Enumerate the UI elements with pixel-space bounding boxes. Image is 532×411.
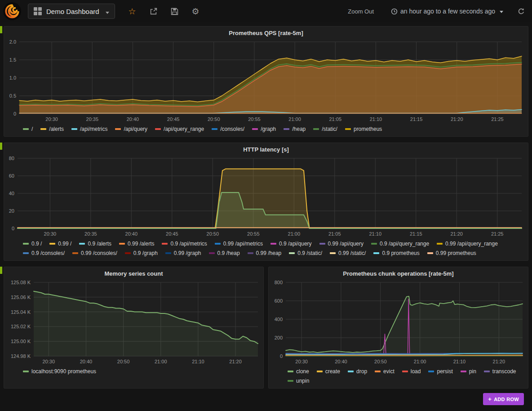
legend-item[interactable]: persist — [428, 368, 452, 375]
svg-text:21:05: 21:05 — [329, 116, 341, 122]
svg-text:20:50: 20:50 — [117, 359, 130, 364]
grafana-logo[interactable] — [3, 2, 22, 21]
dashboard-row-2: HTTP latency [s] 20:3020:3520:4020:4520:… — [0, 143, 532, 261]
svg-text:21:25: 21:25 — [491, 231, 504, 237]
refresh-button[interactable] — [518, 8, 525, 15]
legend-item[interactable]: evict — [375, 368, 395, 375]
memory-series-chart[interactable]: 20:3020:4020:5021:0021:1021:20124.98 K12… — [4, 278, 263, 366]
svg-text:20:30: 20:30 — [45, 116, 58, 122]
legend-item[interactable]: load — [402, 368, 421, 375]
legend-item[interactable]: /heap — [284, 126, 306, 132]
legend-item[interactable]: 0.9 /heap — [209, 250, 240, 256]
zoom-out-button[interactable]: Zoom Out — [345, 8, 377, 15]
legend-item[interactable]: 0.99 /api/query_range — [437, 241, 498, 247]
legend-item[interactable]: 0.9 /consoles/ — [23, 250, 65, 256]
star-button[interactable]: ☆ — [129, 7, 136, 16]
row-collapse-handle[interactable] — [0, 143, 2, 150]
legend-item[interactable]: create — [317, 368, 340, 375]
svg-text:20:30: 20:30 — [44, 231, 57, 237]
legend-item[interactable]: 0.99 /alerts — [119, 241, 154, 247]
legend-item[interactable]: 0.99 /consoles/ — [72, 250, 117, 256]
add-row-bar: + ADD ROW — [0, 389, 532, 405]
qps-graph-canvas[interactable]: 20:3020:3520:4020:4520:5020:5521:0021:05… — [4, 37, 528, 124]
legend-item[interactable]: 0.99 /static/ — [330, 250, 366, 256]
legend-label: 0.99 /static/ — [338, 250, 366, 256]
legend-label: 0.99 /consoles/ — [81, 250, 117, 256]
legend-item[interactable]: unpin — [288, 378, 309, 384]
legend-item[interactable]: prometheus — [345, 126, 382, 132]
chunk-ops-graph-canvas[interactable]: 20:3020:4020:5021:0021:1021:200200400600… — [269, 278, 528, 366]
legend-item[interactable]: 0.9 /api/query — [270, 241, 312, 247]
legend-label: 0.9 /api/metrics — [170, 241, 207, 247]
series-color-icon — [427, 252, 433, 254]
panel-title[interactable]: Prometheus QPS [rate-5m] — [4, 27, 528, 37]
legend-item[interactable]: 0.9 /graph — [125, 250, 158, 256]
panel-title[interactable]: Memory series count — [4, 267, 263, 278]
legend-item[interactable]: /consoles/ — [212, 126, 244, 132]
prometheus-qps-chart[interactable]: 20:3020:3520:4020:4520:5020:5521:0021:05… — [4, 37, 528, 124]
legend-item[interactable]: 0.9 /static/ — [289, 250, 322, 256]
http-latency-chart[interactable]: 20:3020:3520:4020:4520:5020:5521:0021:05… — [4, 154, 528, 238]
share-icon — [150, 8, 157, 15]
legend-item[interactable]: /api/query — [115, 126, 147, 132]
svg-text:21:20: 21:20 — [451, 116, 463, 122]
legend-label: /consoles/ — [220, 126, 244, 132]
legend-item[interactable]: / — [23, 126, 33, 132]
legend-item[interactable]: 0.99 /api/metrics — [215, 241, 263, 247]
legend-item[interactable]: 0.9 /api/query_range — [371, 241, 429, 247]
dashboard-selector[interactable]: Demo Dashboard — [28, 4, 115, 19]
legend-item[interactable]: 0.99 prometheus — [427, 250, 476, 256]
row-collapse-handle[interactable] — [0, 267, 2, 274]
legend-label: transcode — [492, 368, 516, 375]
series-color-icon — [155, 128, 161, 130]
legend-item[interactable]: drop — [348, 368, 367, 375]
time-range-picker[interactable]: an hour ago to a few seconds ago — [388, 7, 506, 15]
svg-text:20:50: 20:50 — [207, 231, 219, 237]
legend-label: 0.99 /api/query_range — [445, 241, 498, 247]
panel-title[interactable]: HTTP latency [s] — [4, 143, 528, 154]
series-color-icon — [125, 252, 131, 254]
legend-item[interactable]: /api/metrics — [71, 126, 107, 132]
legend-item[interactable]: /graph — [252, 126, 276, 132]
legend-item[interactable]: 0.9 /alerts — [79, 241, 111, 247]
legend-item[interactable]: clone — [288, 368, 309, 375]
legend-item[interactable]: pin — [461, 368, 476, 375]
legend-item[interactable]: 0.99 / — [49, 241, 71, 247]
legend-item[interactable]: /alerts — [40, 126, 64, 132]
svg-text:20: 20 — [9, 208, 14, 214]
legend-item[interactable]: 0.9 prometheus — [373, 250, 419, 256]
legend-item[interactable]: 0.9 / — [23, 241, 42, 247]
latency-graph-canvas[interactable]: 20:3020:3520:4020:4520:5020:5521:0021:05… — [4, 154, 528, 238]
share-button[interactable] — [150, 8, 157, 15]
svg-text:21:15: 21:15 — [410, 231, 422, 237]
legend-item[interactable]: /static/ — [313, 126, 337, 132]
svg-text:21:25: 21:25 — [491, 116, 504, 122]
legend-label: /alerts — [49, 126, 64, 132]
save-button[interactable] — [171, 8, 178, 15]
legend-item[interactable]: 0.9 /api/metrics — [162, 241, 207, 247]
star-icon: ☆ — [129, 7, 136, 16]
dashboard-grid-icon — [34, 7, 42, 15]
legend-item[interactable]: localhost:9090 prometheus — [23, 368, 96, 375]
series-color-icon — [79, 243, 85, 245]
add-row-button[interactable]: + ADD ROW — [483, 393, 524, 405]
settings-button[interactable]: ⚙ — [192, 7, 200, 16]
panel-title[interactable]: Prometheus chunk operations [rate-5m] — [269, 267, 528, 278]
series-color-icon — [484, 371, 490, 372]
legend-item[interactable]: transcode — [484, 368, 516, 375]
legend-item[interactable]: 0.99 /heap — [248, 250, 282, 256]
chunk-operations-chart[interactable]: 20:3020:4020:5021:0021:1021:200200400600… — [269, 278, 528, 366]
chevron-down-icon — [500, 11, 503, 13]
legend-item[interactable]: 0.99 /graph — [165, 250, 201, 256]
memory-graph-canvas[interactable]: 20:3020:4020:5021:0021:1021:20124.98 K12… — [4, 278, 263, 366]
row-collapse-handle[interactable] — [0, 26, 2, 33]
legend-item[interactable]: 0.99 /api/query — [319, 241, 364, 247]
svg-text:1.0: 1.0 — [9, 75, 16, 80]
panel-memory-series: Memory series count 20:3020:4020:5021:00… — [4, 267, 264, 389]
series-color-icon — [71, 128, 77, 130]
svg-text:0: 0 — [13, 111, 16, 116]
series-color-icon — [49, 243, 55, 245]
legend-item[interactable]: /api/query_range — [155, 126, 204, 132]
legend-label: 0.99 /graph — [174, 250, 201, 256]
svg-text:400: 400 — [275, 317, 283, 322]
